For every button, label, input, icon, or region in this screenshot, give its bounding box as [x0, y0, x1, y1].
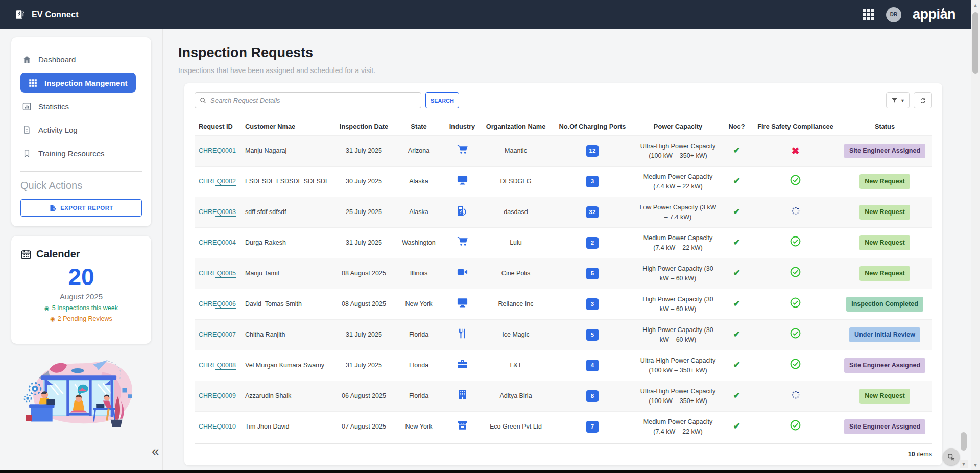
gas-pump-icon: [457, 205, 468, 217]
request-id-link[interactable]: CHREQ0008: [199, 362, 236, 370]
collapse-sidebar-icon[interactable]: «: [152, 443, 159, 459]
column-header-state: State: [396, 122, 442, 132]
sidebar-item-dashboard[interactable]: Dashboard: [11, 48, 151, 71]
scroll-down-icon[interactable]: ▼: [960, 460, 968, 468]
customer-name: Chitha Ranjith: [241, 330, 332, 339]
filter-button[interactable]: ▼: [886, 92, 910, 108]
sidebar-item-activity-log[interactable]: Activity Log: [11, 118, 151, 141]
calendar-day: 20: [20, 264, 142, 290]
state: Florida: [396, 391, 442, 400]
status-badge: New Request: [859, 174, 910, 188]
request-id-link[interactable]: CHREQ0007: [199, 331, 236, 339]
customer-name: Manju Tamil: [241, 269, 332, 278]
request-id-link[interactable]: CHREQ0010: [199, 423, 236, 431]
table-row: CHREQ0009 Azzarudin Shaik 06 August 2025…: [195, 381, 932, 411]
state: Alaska: [396, 177, 442, 186]
document-icon: [21, 125, 32, 135]
export-icon: [49, 204, 57, 212]
table-row: CHREQ0002 FSDFSDF FSDSDF SDFSDF 30 July …: [195, 166, 932, 197]
column-header-fire-safety-compliancee: Fire Safety Compliancee: [753, 122, 838, 132]
table-footer: 10 items: [195, 443, 932, 458]
utensils-icon: [457, 328, 468, 339]
industry-cell: [442, 328, 483, 342]
organization-name: Cine Polis: [483, 269, 549, 278]
request-id-link[interactable]: CHREQ0003: [199, 208, 236, 217]
noc-cell: ✔: [720, 206, 753, 219]
search-button[interactable]: SEARCH: [425, 92, 459, 108]
noc-cell: ✔: [720, 390, 753, 403]
content-scrollbar[interactable]: ▼: [960, 429, 968, 470]
noc-cell: ✔: [720, 175, 753, 188]
state: New York: [396, 299, 442, 309]
check-icon: ✔: [733, 238, 740, 247]
search-input[interactable]: [210, 97, 417, 104]
charging-ports-badge: 32: [586, 206, 599, 218]
charging-ports-badge: 3: [586, 176, 599, 187]
spinner-icon: [790, 205, 801, 217]
bar-chart-icon: [21, 101, 32, 111]
scroll-up-icon[interactable]: ▲: [971, 1, 980, 9]
inspection-date: 08 August 2025: [332, 299, 396, 309]
sidebar-item-training-resources[interactable]: Training Resources: [11, 141, 151, 165]
column-header-no-of-charging-ports: No.Of Charging Ports: [549, 122, 636, 132]
status-badge: New Request: [859, 235, 910, 250]
industry-cell: [442, 358, 483, 372]
table-row: CHREQ0004 Durga Rakesh 31 July 2025 Wash…: [195, 227, 932, 258]
customer-name: Tim Jhon David: [241, 422, 332, 431]
status-badge: New Request: [859, 389, 910, 403]
waffle-grid-icon[interactable]: [863, 9, 874, 20]
state: New York: [396, 422, 442, 431]
user-avatar[interactable]: DR: [886, 7, 901, 22]
customer-name: Manju Nagaraj: [241, 146, 332, 155]
page-scrollbar[interactable]: ▲ ▼: [971, 0, 980, 470]
column-header-noc-: Noc?: [720, 122, 753, 132]
customer-name: Durga Rakesh: [241, 238, 332, 247]
sidebar-item-inspection-mangement[interactable]: Inspection Mangement: [20, 73, 136, 93]
fire-safety-cell: ✖: [753, 144, 838, 158]
state: Florida: [396, 361, 442, 370]
scroll-down-icon[interactable]: ▼: [971, 461, 980, 469]
record-select-fab[interactable]: [943, 448, 960, 465]
app-title: EV Connect: [32, 10, 79, 19]
state: Florida: [396, 330, 442, 339]
filter-icon: [891, 97, 898, 104]
check-icon: ✔: [733, 146, 740, 155]
check-icon: ✔: [733, 268, 740, 278]
request-id-link[interactable]: CHREQ0002: [199, 178, 236, 186]
inspection-date: 08 August 2025: [332, 269, 396, 278]
charging-ports-badge: 7: [586, 421, 599, 433]
briefcase-icon: [457, 358, 468, 370]
page-title: Inspection Requests: [178, 45, 313, 61]
power-capacity: High Power Capacity (30 kW – 60 kW): [636, 264, 720, 282]
status-badge: New Request: [859, 205, 910, 219]
fire-safety-cell: [753, 358, 838, 372]
scrollbar-thumb[interactable]: [961, 432, 967, 451]
fire-safety-cell: [753, 235, 838, 250]
request-id-link[interactable]: CHREQ0004: [199, 239, 236, 247]
charging-ports-badge: 12: [586, 145, 599, 157]
fire-safety-cell: [753, 297, 838, 311]
export-report-button[interactable]: EXPORT REPORT: [20, 199, 142, 217]
request-id-link[interactable]: CHREQ0005: [199, 270, 236, 278]
request-id-link[interactable]: CHREQ0006: [199, 300, 236, 309]
check-icon: ✔: [733, 391, 740, 400]
quick-actions-heading: Quick Actions: [20, 180, 151, 192]
inspection-date: 31 July 2025: [332, 146, 396, 155]
noc-cell: ✔: [720, 328, 753, 341]
column-header-industry: Industry: [442, 122, 483, 132]
customer-name: David Tomas Smith: [241, 299, 332, 309]
inspections-this-week-note: ◉5 Inspections this week: [20, 304, 142, 312]
pending-reviews-note: ◉2 Pending Reviews: [20, 315, 142, 322]
office-illustration: [20, 358, 137, 439]
organization-name: Ice Magic: [483, 330, 549, 339]
refresh-button[interactable]: [914, 92, 932, 108]
scrollbar-thumb[interactable]: [972, 12, 978, 74]
inspection-requests-card: SEARCH ▼ Request IDCustomer NmaeInspecti…: [184, 83, 942, 465]
request-id-link[interactable]: CHREQ0009: [199, 392, 236, 400]
fire-safety-cell: [753, 327, 838, 342]
request-id-link[interactable]: CHREQ0001: [199, 147, 236, 155]
red-x-icon: ✖: [792, 146, 800, 156]
calendar-card-title: Calender: [20, 248, 142, 260]
sidebar-item-statistics[interactable]: Statistics: [11, 94, 151, 118]
sidebar-separator: [20, 171, 142, 172]
